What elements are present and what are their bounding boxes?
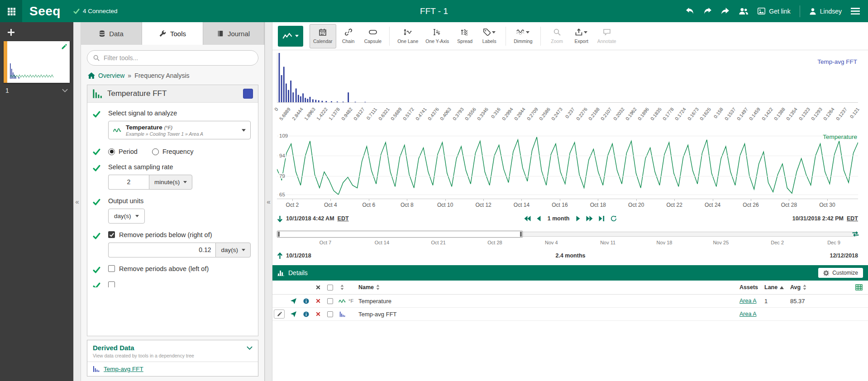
- investigate-range-slider[interactable]: [277, 231, 858, 238]
- derived-data-header[interactable]: Derived Data: [87, 340, 258, 353]
- step-to-now-icon[interactable]: [599, 216, 605, 221]
- column-lane[interactable]: Lane: [764, 284, 790, 291]
- fft-chart[interactable]: Temp-avg FFT: [277, 53, 858, 103]
- filter-tools-input[interactable]: [104, 54, 252, 62]
- row-checkbox[interactable]: [324, 298, 336, 304]
- frequency-radio[interactable]: Frequency: [152, 148, 194, 155]
- export-button[interactable]: Export: [569, 24, 594, 48]
- checkbox-unchecked[interactable]: [108, 281, 115, 287]
- info-icon[interactable]: [303, 298, 309, 304]
- connection-status[interactable]: 4 Connected: [73, 8, 118, 14]
- investigate-end[interactable]: 12/12/2018: [830, 252, 858, 259]
- remove-above-checkbox[interactable]: Remove periods above (left of): [108, 265, 251, 272]
- remove-icon[interactable]: [316, 299, 320, 303]
- remove-below-unit-select[interactable]: day(s): [215, 243, 251, 257]
- dimming-button[interactable]: Dimming: [510, 24, 536, 48]
- view-mode-button[interactable]: [278, 26, 303, 47]
- capsule-button[interactable]: Capsule: [361, 24, 386, 48]
- users-icon[interactable]: [739, 7, 749, 15]
- slider-selected-range[interactable]: [277, 231, 523, 238]
- radio-selected[interactable]: [108, 148, 115, 155]
- export-table-button[interactable]: [850, 284, 868, 291]
- timezone-link[interactable]: EDT: [847, 215, 858, 222]
- zoom-button[interactable]: Zoom: [545, 24, 569, 48]
- table-row[interactable]: °F Temperature Area A 1 85.37: [272, 295, 868, 308]
- output-units-select[interactable]: day(s): [108, 209, 145, 224]
- period-radio[interactable]: Period: [108, 148, 138, 155]
- row-name[interactable]: Temp-avg FFT: [358, 311, 739, 318]
- redo-icon[interactable]: [703, 7, 712, 15]
- labels-button[interactable]: Labels: [477, 24, 501, 48]
- customize-button[interactable]: Customize: [818, 268, 863, 278]
- radio-unselected[interactable]: [152, 148, 159, 155]
- calendar-button[interactable]: Calendar: [310, 24, 336, 48]
- derived-item-link[interactable]: Temp-avg FFT: [104, 366, 143, 372]
- one-lane-button[interactable]: One Lane: [394, 24, 422, 48]
- breadcrumb-overview-link[interactable]: Overview: [98, 72, 124, 79]
- row-checkbox[interactable]: [324, 311, 336, 317]
- timezone-link[interactable]: EDT: [338, 215, 349, 222]
- info-icon[interactable]: [303, 311, 309, 317]
- undo-icon[interactable]: [686, 7, 694, 15]
- row-name[interactable]: Temperature: [358, 298, 739, 305]
- sampling-rate-input[interactable]: [108, 175, 149, 190]
- sampling-unit-select[interactable]: minute(s): [149, 175, 192, 190]
- one-y-axis-button[interactable]: One Y-Axis: [422, 24, 453, 48]
- get-link-button[interactable]: Get link: [758, 8, 790, 15]
- column-avg[interactable]: Avg: [790, 284, 850, 291]
- range-swap-icon[interactable]: [852, 231, 859, 237]
- navigate-icon[interactable]: [291, 311, 296, 317]
- step-forward-double-icon[interactable]: [586, 216, 593, 221]
- chain-button[interactable]: Chain: [336, 24, 361, 48]
- collapse-tools-handle[interactable]: «: [265, 22, 272, 381]
- derived-data-item[interactable]: Temp-avg FFT: [87, 362, 258, 376]
- collapse-worksheets-handle[interactable]: «: [73, 22, 81, 381]
- chevron-down-icon[interactable]: [62, 89, 68, 92]
- navigate-icon[interactable]: [291, 298, 296, 304]
- display-range-start[interactable]: 10/1/2018 4:42 AM EDT: [277, 215, 349, 222]
- signal-select[interactable]: Temperature (°F) Example » Cooling Tower…: [108, 121, 251, 139]
- display-range-end[interactable]: 10/31/2018 2:42 PM EDT: [792, 215, 858, 222]
- hamburger-menu-icon[interactable]: [851, 8, 860, 15]
- filter-tools-search[interactable]: [87, 50, 258, 66]
- tab-tools[interactable]: Tools: [142, 22, 203, 45]
- fft-legend[interactable]: Temp-avg FFT: [817, 58, 857, 65]
- step-size-label[interactable]: 1 month: [548, 215, 570, 222]
- sort-type-button[interactable]: [336, 285, 348, 290]
- refresh-icon[interactable]: [610, 215, 617, 222]
- investigate-start[interactable]: 10/1/2018: [277, 252, 311, 259]
- edit-item-button[interactable]: [274, 310, 285, 319]
- column-assets[interactable]: Assets: [739, 284, 764, 291]
- asset-link[interactable]: Area A: [739, 298, 757, 304]
- app-grid-button[interactable]: [0, 0, 22, 22]
- step-back-icon[interactable]: [537, 216, 541, 221]
- add-worksheet-button[interactable]: [8, 29, 14, 36]
- checkbox-unchecked[interactable]: [108, 265, 115, 272]
- temperature-chart[interactable]: Temperature 109947965: [277, 132, 858, 199]
- user-menu[interactable]: Lindsey: [809, 8, 842, 15]
- tab-journal[interactable]: Journal: [203, 22, 264, 45]
- worksheet-thumbnail[interactable]: [4, 41, 70, 83]
- tab-data[interactable]: Data: [81, 22, 142, 45]
- home-icon[interactable]: [88, 72, 95, 79]
- table-row[interactable]: Temp-avg FFT Area A: [272, 308, 868, 321]
- select-all-checkbox[interactable]: [324, 285, 336, 291]
- remove-all-button[interactable]: [312, 285, 324, 290]
- step-forward-icon[interactable]: [576, 216, 580, 221]
- remove-below-checkbox[interactable]: Remove periods below (right of): [108, 231, 251, 238]
- annotate-button[interactable]: Annotate: [594, 24, 620, 48]
- asset-link[interactable]: Area A: [739, 311, 757, 317]
- temperature-legend[interactable]: Temperature: [823, 133, 857, 140]
- column-name[interactable]: Name: [358, 284, 739, 291]
- share-forward-icon[interactable]: [721, 7, 730, 15]
- output-unit-value: day(s): [114, 213, 131, 219]
- remove-icon[interactable]: [316, 312, 320, 316]
- step-back-double-icon[interactable]: [524, 216, 531, 221]
- color-swatch[interactable]: [243, 89, 253, 99]
- derived-data-title: Derived Data: [93, 344, 134, 352]
- seeq-logo[interactable]: Seeq: [29, 4, 61, 19]
- checkbox-checked[interactable]: [108, 231, 115, 238]
- remove-below-input[interactable]: [108, 243, 215, 257]
- spread-button[interactable]: Spread: [453, 24, 477, 48]
- edit-pencil-icon[interactable]: [61, 44, 67, 50]
